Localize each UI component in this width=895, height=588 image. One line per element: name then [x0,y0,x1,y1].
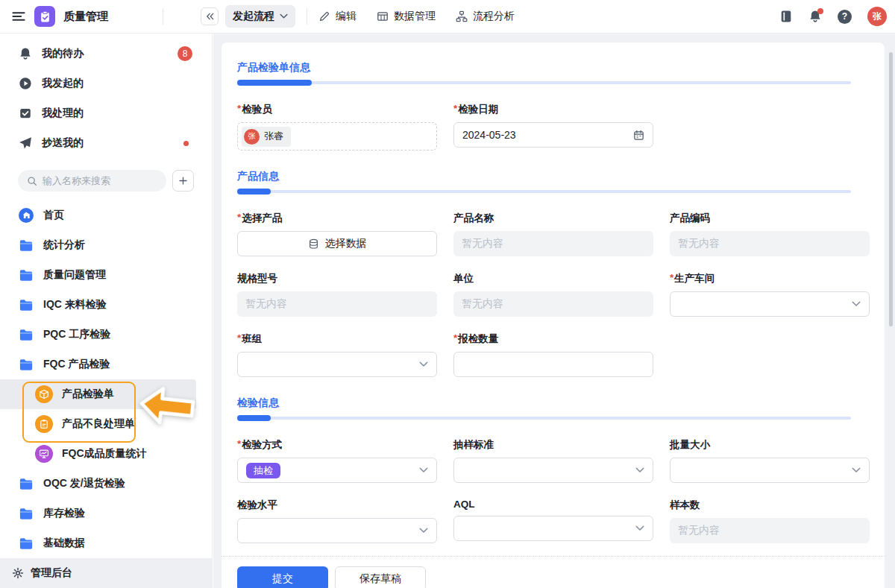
sidebar-item-my-todo[interactable]: 我的待办 8 [0,39,212,69]
submit-button[interactable]: 提交 [237,566,328,588]
unit-input: 暂无内容 [453,291,653,317]
sampling-standard-select[interactable] [453,458,653,483]
product-code-input: 暂无内容 [670,231,870,256]
toolbar-divider [307,8,307,25]
required-marker: * [453,332,457,346]
sidebar-item-quality-issues[interactable]: 质量问题管理 [0,260,212,290]
scrollbar-thumb[interactable] [889,52,893,326]
lot-size-select[interactable] [670,458,870,483]
start-flow-label: 发起流程 [233,10,274,23]
app-title: 质量管理 [63,10,108,24]
inspection-level-select[interactable] [237,518,437,543]
bell-icon [19,47,32,60]
field-inspection-level: 检验水平 [237,499,437,543]
sidebar-item-iqc[interactable]: IQC 来料检验 [0,290,212,320]
chevron-down-icon [635,467,644,473]
play-circle-icon [19,77,32,90]
collapse-sidebar-button[interactable] [201,7,219,25]
search-icon [27,176,37,186]
field-sampling-standard: 抽样标准 [453,438,653,483]
clipboard-icon [39,10,51,23]
field-select-product: *选择产品 选择数据 [237,212,437,256]
field-product-name: 产品名称 暂无内容 [453,212,653,256]
sidebar-item-stock-inspection[interactable]: 库存检验 [0,499,212,528]
notifications-button[interactable] [808,10,822,23]
user-avatar[interactable]: 张 [867,7,887,26]
pencil-icon [318,10,330,22]
sidebar-item-pqc[interactable]: PQC 工序检验 [0,320,212,350]
clipboard-icon [35,415,53,433]
chevron-down-icon [419,467,428,473]
select-data-button[interactable]: 选择数据 [237,231,437,256]
date-input[interactable]: 2024-05-23 [453,122,653,148]
required-marker: * [237,103,241,116]
help-button[interactable]: ? [838,10,852,24]
date-value: 2024-05-23 [462,129,516,141]
main-content: 产品检验单信息 *检验员 张 张睿 *检验日期 [213,34,895,588]
search-input[interactable]: 输入名称来搜索 [18,170,166,192]
sidebar: 我的待办 8 我发起的 我处理的 抄送我的 输入名称来搜索 首页 [0,34,213,588]
team-select[interactable] [237,352,437,377]
app-logo [34,6,55,27]
field-sample-count: 样本数 暂无内容 [670,499,870,543]
sidebar-item-home[interactable]: 首页 [0,200,212,230]
required-marker: * [670,272,673,285]
save-draft-button[interactable]: 保存草稿 [335,566,426,588]
edit-button[interactable]: 编辑 [318,10,357,23]
sidebar-item-cc-to-me[interactable]: 抄送我的 [0,128,212,158]
data-management-button[interactable]: 数据管理 [377,10,436,23]
aql-select[interactable] [453,516,653,541]
flow-analysis-button[interactable]: 流程分析 [456,10,515,23]
chevron-down-icon [852,301,861,307]
field-spec-model: 规格型号 暂无内容 [237,272,437,317]
gear-icon [12,567,24,579]
search-placeholder: 输入名称来搜索 [43,174,110,188]
top-header: 质量管理 发起流程 编辑 数据管理 流程分析 ? 张 [0,0,895,34]
report-qty-input[interactable] [453,352,653,377]
monitor-chart-icon [35,445,53,463]
sidebar-item-my-processed[interactable]: 我处理的 [0,98,212,128]
question-icon: ? [842,11,847,22]
inspection-method-select[interactable]: 抽检 [237,458,437,483]
header-actions: ? 张 [779,7,895,26]
chevrons-left-icon [206,13,214,20]
data-management-label: 数据管理 [394,10,436,23]
sidebar-item-base-data[interactable]: 基础数据 [0,528,212,558]
chevron-down-icon [852,467,861,473]
required-marker: * [237,212,241,225]
sidebar-item-my-initiated[interactable]: 我发起的 [0,69,212,98]
sidebar-item-statistics[interactable]: 统计分析 [0,230,212,260]
form-card: 产品检验单信息 *检验员 张 张睿 *检验日期 [222,42,885,588]
add-button[interactable] [172,170,194,192]
folder-icon [19,327,34,342]
person-tag: 张 张睿 [242,127,291,147]
sidebar-item-product-inspection-form[interactable]: 产品检验单 [0,379,196,409]
sidebar-item-oqc[interactable]: OQC 发/退货检验 [0,469,212,499]
changelog-button[interactable] [779,10,793,23]
field-inspection-method: *检验方式 抽检 [237,438,437,483]
start-flow-button[interactable]: 发起流程 [225,5,295,28]
folder-icon [19,238,34,253]
folder-open-icon [19,357,34,372]
required-marker: * [453,103,457,116]
table-icon [377,10,389,22]
sidebar-item-product-defect-form[interactable]: 产品不良处理单 [0,409,212,439]
date-label: 检验日期 [458,103,498,116]
section-inspection-form-info: 产品检验单信息 *检验员 张 张睿 *检验日期 [237,61,870,151]
header-divider [163,8,163,25]
sidebar-item-fqc-quality-stats[interactable]: FQC成品质量统计 [0,439,212,469]
admin-backend-button[interactable]: 管理后台 [0,558,212,588]
workshop-select[interactable] [670,291,870,317]
section-progress-bar [237,80,870,86]
package-icon [35,385,53,403]
menu-icon[interactable] [11,9,26,24]
method-tag: 抽检 [246,463,280,478]
field-inspection-date: *检验日期 2024-05-23 [453,103,653,151]
chevron-down-icon [280,13,288,19]
home-icon [19,208,34,223]
inspector-picker[interactable]: 张 张睿 [237,122,437,151]
sidebar-item-fqc[interactable]: FQC 产品检验 [0,350,212,379]
field-lot-size: 批量大小 [670,438,870,483]
sample-count-input: 暂无内容 [670,518,870,543]
chevron-down-icon [419,361,428,367]
